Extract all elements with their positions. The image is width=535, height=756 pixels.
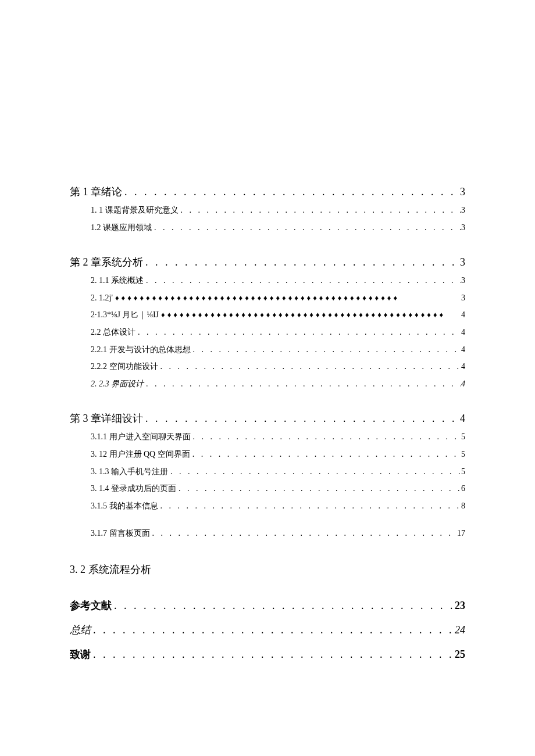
- toc-leader: ♦♦♦♦♦♦♦♦♦♦♦♦♦♦♦♦♦♦♦♦♦♦♦♦♦♦♦♦♦♦♦♦♦♦♦♦♦♦♦♦…: [159, 310, 461, 320]
- toc-entry: 3. 1.3 输入手机号注册 . . . . . . . . . . . . .…: [91, 466, 465, 478]
- toc-page: 8: [461, 500, 465, 512]
- toc-page: 4: [461, 361, 465, 372]
- toc-entry-chapter-3: 第 3 章详细设计 . . . . . . . . . . . . . . . …: [70, 411, 465, 425]
- toc-label: 3.1.7 留言板页面: [91, 528, 150, 539]
- toc-page: 25: [455, 648, 465, 661]
- toc-page: 3: [460, 186, 465, 198]
- toc-label: 3. 1.3 输入手机号注册: [91, 466, 168, 478]
- toc-page: 3: [461, 292, 465, 304]
- toc-page: 17: [457, 528, 465, 539]
- toc-leader: . . . . . . . . . . . . . . . . . . . . …: [144, 378, 461, 390]
- toc-leader: . . . . . . . . . . . . . . . . . . . . …: [143, 413, 460, 425]
- toc-leader: . . . . . . . . . . . . . . . . . . . . …: [152, 222, 461, 234]
- toc-page: 3: [461, 275, 465, 286]
- toc-entry: 3.1.5 我的基本信息 . . . . . . . . . . . . . .…: [91, 500, 465, 512]
- toc-label: 3. 1.4 登录成功后的页面: [91, 483, 176, 495]
- toc-leader: . . . . . . . . . . . . . . . . . . . . …: [158, 361, 462, 372]
- toc-page: 4: [461, 327, 465, 338]
- toc-page: 3: [461, 222, 465, 234]
- toc-label: 1. 1 课题背景及研究意义: [91, 205, 179, 216]
- toc-entry: 2. 1.2j' ♦♦♦♦♦♦♦♦♦♦♦♦♦♦♦♦♦♦♦♦♦♦♦♦♦♦♦♦♦♦♦…: [91, 292, 465, 304]
- toc-leader: . . . . . . . . . . . . . . . . . . . . …: [122, 186, 460, 198]
- toc-entry-references: 参考文献 . . . . . . . . . . . . . . . . . .…: [70, 599, 465, 612]
- toc-page: 6: [461, 483, 465, 495]
- toc-page: 24: [455, 624, 465, 636]
- toc-entry: 1.2 课题应用领域 . . . . . . . . . . . . . . .…: [91, 222, 465, 234]
- toc-label: 致谢: [70, 647, 91, 661]
- toc-leader: . . . . . . . . . . . . . . . . . . . . …: [190, 449, 461, 460]
- toc-leader: . . . . . . . . . . . . . . . . . . . . …: [191, 431, 462, 443]
- toc-entry-chapter-1: 第 1 章绪论 . . . . . . . . . . . . . . . . …: [70, 185, 465, 199]
- section-heading-3-2: 3. 2 系统流程分析: [70, 562, 465, 576]
- toc-page: 5: [461, 466, 465, 478]
- toc-entry: 2. 2.3 界面设计 . . . . . . . . . . . . . . …: [91, 378, 465, 390]
- toc-page: 4: [461, 344, 465, 356]
- toc-leader: ♦♦♦♦♦♦♦♦♦♦♦♦♦♦♦♦♦♦♦♦♦♦♦♦♦♦♦♦♦♦♦♦♦♦♦♦♦♦♦♦…: [113, 293, 461, 303]
- toc-label: 2·1.3*⅛J 月匕｜⅛IJ: [91, 309, 159, 321]
- toc-label: 总结: [70, 623, 91, 637]
- toc-label: 1.2 课题应用领域: [91, 222, 152, 234]
- toc-entry-chapter-2: 第 2 章系统分析 . . . . . . . . . . . . . . . …: [70, 255, 465, 269]
- toc-leader: . . . . . . . . . . . . . . . . . . . . …: [143, 256, 460, 268]
- toc-label: 参考文献: [70, 599, 112, 612]
- toc-entry: 2.2.1 开发与设计的总体思想 . . . . . . . . . . . .…: [91, 344, 465, 356]
- toc-label: 3.1.5 我的基本信息: [91, 500, 158, 512]
- toc-leader: . . . . . . . . . . . . . . . . . . . . …: [112, 600, 455, 612]
- toc-leader: . . . . . . . . . . . . . . . . . . . . …: [91, 648, 455, 661]
- toc-entry: 3.1.7 留言板页面 . . . . . . . . . . . . . . …: [91, 528, 465, 539]
- toc-label: 3. 12 用户注册 QQ 空间界面: [91, 449, 190, 460]
- toc-label: 第 3 章详细设计: [70, 411, 143, 425]
- toc-label: 2. 1.2j': [91, 292, 113, 304]
- toc-page: 3: [461, 205, 465, 216]
- toc-entry: 1. 1 课题背景及研究意义 . . . . . . . . . . . . .…: [91, 205, 465, 216]
- toc-label: 3. 2 系统流程分析: [70, 564, 151, 575]
- toc-entry: 3. 12 用户注册 QQ 空间界面 . . . . . . . . . . .…: [91, 449, 465, 460]
- toc-leader: . . . . . . . . . . . . . . . . . . . . …: [168, 466, 461, 478]
- toc-leader: . . . . . . . . . . . . . . . . . . . . …: [144, 275, 461, 286]
- toc-page: 4: [461, 378, 465, 390]
- toc-entry: 2·1.3*⅛J 月匕｜⅛IJ ♦♦♦♦♦♦♦♦♦♦♦♦♦♦♦♦♦♦♦♦♦♦♦♦…: [91, 309, 465, 321]
- toc-page: 4: [460, 413, 465, 425]
- toc-entry: 3. 1.4 登录成功后的页面 . . . . . . . . . . . . …: [91, 483, 465, 495]
- toc-label: 2.2.1 开发与设计的总体思想: [91, 344, 191, 356]
- toc-label: 2.2 总体设计: [91, 327, 135, 338]
- toc-leader: . . . . . . . . . . . . . . . . . . . . …: [176, 483, 461, 495]
- toc-leader: . . . . . . . . . . . . . . . . . . . . …: [150, 528, 458, 539]
- toc-label: 第 2 章系统分析: [70, 255, 143, 269]
- toc-label: 2. 1.1 系统概述: [91, 275, 144, 286]
- toc-entry: 2.2.2 空间功能设计 . . . . . . . . . . . . . .…: [91, 361, 465, 372]
- toc-page: 5: [461, 431, 465, 443]
- toc-label: 3.1.1 用户进入空间聊天界面: [91, 431, 191, 443]
- toc-leader: . . . . . . . . . . . . . . . . . . . . …: [191, 344, 462, 356]
- toc-entry: 2.2 总体设计 . . . . . . . . . . . . . . . .…: [91, 327, 465, 338]
- toc-entry-thanks: 致谢 . . . . . . . . . . . . . . . . . . .…: [70, 647, 465, 661]
- toc-page: 4: [461, 309, 465, 321]
- toc-page: 5: [461, 449, 465, 460]
- toc-label: 2. 2.3 界面设计: [91, 378, 144, 390]
- toc-entry: 3.1.1 用户进入空间聊天界面 . . . . . . . . . . . .…: [91, 431, 465, 443]
- toc-page: 23: [455, 600, 465, 612]
- toc-entry-summary: 总结 . . . . . . . . . . . . . . . . . . .…: [70, 623, 465, 637]
- toc-label: 2.2.2 空间功能设计: [91, 361, 158, 372]
- toc-leader: . . . . . . . . . . . . . . . . . . . . …: [158, 500, 462, 512]
- toc-page: 3: [460, 256, 465, 268]
- toc-leader: . . . . . . . . . . . . . . . . . . . . …: [135, 327, 461, 338]
- toc-entry: 2. 1.1 系统概述 . . . . . . . . . . . . . . …: [91, 275, 465, 286]
- toc-leader: . . . . . . . . . . . . . . . . . . . . …: [179, 205, 462, 216]
- toc-leader: . . . . . . . . . . . . . . . . . . . . …: [91, 624, 455, 636]
- toc-label: 第 1 章绪论: [70, 185, 122, 199]
